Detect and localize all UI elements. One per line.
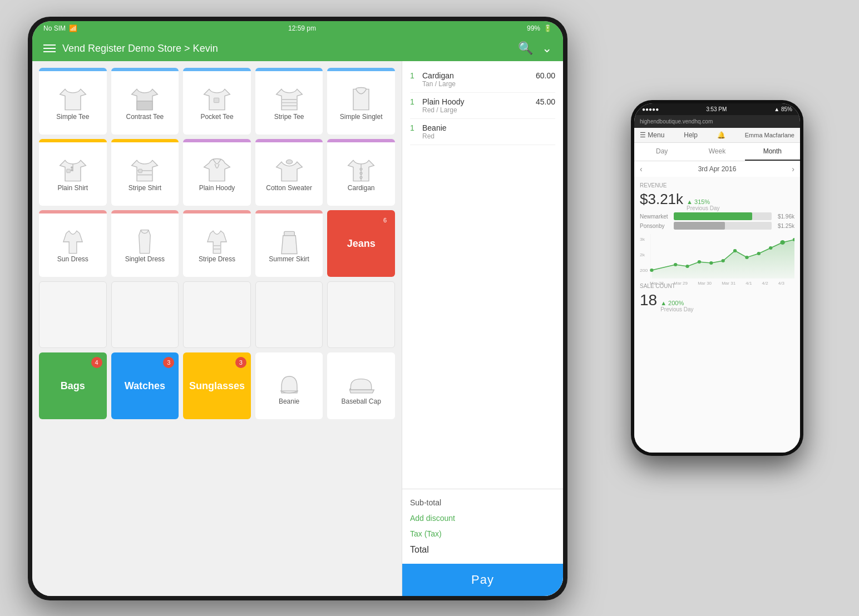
cart-item-price-1: 60.00	[536, 71, 555, 80]
svg-text:2k: 2k	[640, 252, 645, 257]
product-row-categories: 4 Bags 3 Watches 3 Sunglasses	[39, 352, 395, 419]
phone-date-nav: ‹ 3rd Apr 2016 ›	[634, 161, 800, 177]
product-card-stripe-dress[interactable]: Stripe Dress	[183, 210, 251, 277]
cart-item-variant-1: Tan / Large	[422, 80, 536, 88]
product-card-plain-shirt[interactable]: Plain Shirt	[39, 139, 107, 206]
battery-icon: 🔋	[544, 24, 552, 32]
product-name-contrast-tee: Contrast Tee	[126, 113, 164, 121]
product-card-pocket-tee[interactable]: Pocket Tee	[183, 68, 251, 135]
product-name-sunglasses: Sunglasses	[189, 380, 245, 392]
product-card-baseball-cap[interactable]: Baseball Cap	[327, 352, 395, 419]
product-name-simple-singlet: Simple Singlet	[340, 113, 383, 121]
add-discount-button[interactable]: Add discount	[410, 514, 455, 523]
bar-track-ponsonby	[674, 222, 772, 230]
cart-item-hoody[interactable]: 1 Plain Hoody Red / Large 45.00	[410, 93, 555, 119]
bar-label-newmarket: Newmarket	[640, 213, 670, 220]
bar-value-newmarket: $1.96k	[775, 213, 794, 220]
product-card-empty-3	[183, 281, 251, 348]
product-name-singlet-dress: Singlet Dress	[125, 255, 165, 263]
product-name-sun-dress: Sun Dress	[57, 255, 88, 263]
svg-rect-18	[284, 231, 294, 235]
product-card-empty-2	[111, 281, 179, 348]
svg-point-5	[71, 167, 73, 168]
cart-item-beanie[interactable]: 1 Beanie Red	[410, 119, 555, 145]
cart-item-variant-3: Red	[422, 132, 555, 140]
tablet: No SIM 📶 12:59 pm 99% 🔋 Vend Register De…	[28, 17, 567, 600]
svg-rect-7	[67, 169, 71, 173]
product-card-bags[interactable]: 4 Bags	[39, 352, 107, 419]
chart-label-2: Mar 30	[698, 281, 712, 286]
product-card-empty-4	[255, 281, 323, 348]
product-row-dresses: Sun Dress Singlet Dress	[39, 210, 395, 277]
product-card-stripe-tee[interactable]: Stripe Tee	[255, 68, 323, 135]
product-name-cardigan: Cardigan	[348, 184, 375, 192]
bar-value-ponsonby: $1.25k	[775, 223, 794, 229]
tablet-header: Vend Register Demo Store > Kevin 🔍 ⌄	[32, 36, 563, 61]
svg-point-29	[721, 259, 724, 262]
svg-point-15	[360, 176, 362, 178]
svg-point-34	[780, 240, 785, 245]
bar-newmarket: Newmarket $1.96k	[640, 212, 794, 220]
product-card-beanie[interactable]: Beanie	[255, 352, 323, 419]
phone-bell-icon[interactable]: 🔔	[717, 131, 725, 139]
phone-help-button[interactable]: Help	[684, 131, 698, 139]
chevron-down-icon[interactable]: ⌄	[542, 41, 552, 56]
chart-label-1: Mar 29	[674, 281, 688, 286]
revenue-value: $3.21k	[640, 191, 683, 208]
phone-prev-date-button[interactable]: ‹	[640, 165, 643, 173]
product-card-summer-skirt[interactable]: Summer Skirt	[255, 210, 323, 277]
phone-tab-day[interactable]: Day	[634, 143, 689, 161]
product-card-stripe-shirt[interactable]: Stripe Shirt	[111, 139, 179, 206]
svg-text:200: 200	[640, 268, 648, 273]
hamburger-menu-button[interactable]	[43, 44, 56, 52]
product-card-sun-dress[interactable]: Sun Dress	[39, 210, 107, 277]
product-card-cotton-sweater[interactable]: Cotton Sweater	[255, 139, 323, 206]
product-card-plain-hoody[interactable]: Plain Hoody	[183, 139, 251, 206]
battery-label: 99%	[527, 24, 540, 32]
tablet-status-bar: No SIM 📶 12:59 pm 99% 🔋	[32, 21, 563, 36]
phone-time: 3:53 PM	[706, 106, 727, 112]
svg-point-28	[709, 261, 713, 265]
wifi-icon: 📶	[69, 24, 77, 32]
cart-item-cardigan[interactable]: 1 Cardigan Tan / Large 60.00	[410, 67, 555, 93]
phone-next-date-button[interactable]: ›	[792, 165, 794, 173]
pay-button[interactable]: Pay	[402, 564, 563, 596]
product-card-sunglasses[interactable]: 3 Sunglasses	[183, 352, 251, 419]
svg-point-30	[733, 249, 737, 252]
carrier-label: No SIM	[43, 24, 66, 32]
chart-label-3: Mar 31	[722, 281, 735, 286]
product-name-simple-tee: Simple Tee	[56, 113, 89, 121]
chart-label-4: 4/1	[746, 281, 752, 286]
svg-point-24	[650, 269, 653, 272]
tax-label[interactable]: Tax (Tax)	[410, 529, 442, 538]
cart-item-name-3: Beanie	[422, 123, 555, 132]
product-card-jeans[interactable]: 6 Jeans	[327, 210, 395, 277]
product-row-empty	[39, 281, 395, 348]
product-name-stripe-tee: Stripe Tee	[274, 113, 304, 121]
product-card-contrast-tee[interactable]: Contrast Tee	[111, 68, 179, 135]
phone-signal: ▲ 85%	[774, 106, 792, 112]
product-name-pocket-tee: Pocket Tee	[200, 113, 233, 121]
sale-count-display: 18 ▲ 200% Previous Day	[640, 291, 794, 312]
product-name-plain-shirt: Plain Shirt	[57, 184, 88, 192]
cart-footer: Sub-total Add discount Tax (Tax) Total	[402, 489, 563, 564]
phone-menu-button[interactable]: ☰ Menu	[640, 131, 664, 139]
product-name-jeans: Jeans	[347, 238, 376, 250]
product-card-cardigan[interactable]: Cardigan	[327, 139, 395, 206]
chart-label-6: 4/3	[778, 281, 784, 286]
phone-carrier: ●●●●●	[642, 106, 659, 112]
product-card-simple-tee[interactable]: Simple Tee	[39, 68, 107, 135]
product-card-simple-singlet[interactable]: Simple Singlet	[327, 68, 395, 135]
product-card-watches[interactable]: 3 Watches	[111, 352, 179, 419]
product-card-singlet-dress[interactable]: Singlet Dress	[111, 210, 179, 277]
revenue-change-label: Previous Day	[687, 205, 719, 211]
product-name-watches: Watches	[125, 380, 165, 392]
sale-count-change: ▲ 200%	[660, 300, 693, 306]
search-icon[interactable]: 🔍	[518, 41, 533, 56]
phone-tab-week[interactable]: Week	[689, 143, 744, 161]
svg-text:3k: 3k	[640, 237, 645, 242]
phone-tab-month[interactable]: Month	[745, 143, 800, 161]
product-name-bags: Bags	[61, 380, 85, 392]
time-label: 12:59 pm	[288, 24, 316, 32]
phone-content: REVENUE $3.21k ▲ 315% Previous Day Newma…	[634, 177, 800, 453]
